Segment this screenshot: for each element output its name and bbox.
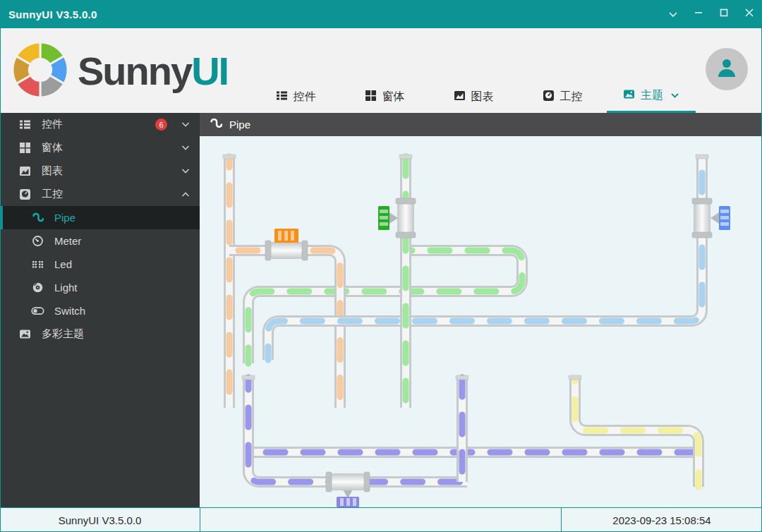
chevron-up-icon xyxy=(181,191,190,198)
chevron-down-icon xyxy=(181,121,190,128)
gauge-icon xyxy=(17,188,32,200)
color-wheel-logo xyxy=(11,41,69,102)
windows-icon xyxy=(365,90,377,104)
status-datetime: 2023-09-23 15:08:54 xyxy=(561,508,762,532)
list-icon xyxy=(276,90,288,104)
window-controls xyxy=(660,0,762,28)
chart-icon xyxy=(17,165,32,177)
tab-label: 主题 xyxy=(641,88,663,103)
pipe-network xyxy=(200,136,762,507)
tab-forms[interactable]: 窗体 xyxy=(340,80,429,113)
pipe-green-loop xyxy=(248,250,522,363)
app-window: SunnyUI V3.5.0.0 xyxy=(0,0,762,532)
close-button[interactable] xyxy=(737,0,762,28)
valve-blue[interactable] xyxy=(692,198,730,238)
chevron-down-icon xyxy=(181,145,190,151)
chevron-down-icon xyxy=(181,168,190,174)
switch-icon xyxy=(30,305,45,317)
chart-icon xyxy=(454,90,466,104)
windows-icon xyxy=(17,142,32,154)
sidebar-item-light[interactable]: Light xyxy=(0,276,200,299)
pipe-blue-run xyxy=(268,157,702,360)
person-icon xyxy=(715,56,739,83)
led-icon xyxy=(30,258,45,270)
status-middle xyxy=(200,508,561,532)
minimize-icon xyxy=(694,8,703,20)
image-icon xyxy=(623,88,635,103)
pipe-icon xyxy=(30,212,45,224)
tab-label: 窗体 xyxy=(382,90,405,104)
app-logo: SunnyUI xyxy=(11,41,228,102)
light-icon xyxy=(30,282,45,294)
pipe-purple-left xyxy=(248,377,467,482)
sidebar-item-label: 窗体 xyxy=(42,141,63,155)
sidebar-item-label: Meter xyxy=(54,235,81,247)
maximize-icon xyxy=(719,8,729,20)
gauge-icon xyxy=(543,90,555,104)
chevron-down-icon xyxy=(670,92,679,99)
sidebar-item-label: 控件 xyxy=(42,118,63,131)
tab-industrial[interactable]: 工控 xyxy=(518,80,607,113)
panel-header: Pipe xyxy=(200,113,762,136)
sidebar-item-label: 工控 xyxy=(42,188,63,201)
sidebar-item-label: Led xyxy=(54,258,72,270)
status-version: SunnyUI V3.5.0.0 xyxy=(0,508,200,532)
tab-charts[interactable]: 图表 xyxy=(429,80,518,113)
sidebar-item-meter[interactable]: Meter xyxy=(0,229,200,253)
pipe-end-collars xyxy=(223,155,708,380)
sidebar-item-industrial[interactable]: 工控 xyxy=(0,183,200,206)
sidebar-item-colorful-theme[interactable]: 多彩主题 xyxy=(0,322,200,346)
sidebar-item-pipe[interactable]: Pipe xyxy=(0,206,200,229)
pipe-icon xyxy=(210,117,222,132)
window-title: SunnyUI V3.5.0.0 xyxy=(8,8,97,20)
sidebar-item-controls[interactable]: 控件 6 xyxy=(0,113,200,136)
avatar[interactable] xyxy=(706,48,748,90)
notification-badge: 6 xyxy=(155,119,167,131)
meter-icon xyxy=(30,235,45,247)
image-icon xyxy=(17,328,32,340)
window-dropdown-button[interactable] xyxy=(660,0,686,28)
minimize-button[interactable] xyxy=(686,0,711,28)
sidebar-item-label: Light xyxy=(54,282,78,294)
pipe-yellow-run xyxy=(575,377,698,487)
panel-title: Pipe xyxy=(229,119,250,131)
titlebar: SunnyUI V3.5.0.0 xyxy=(0,0,762,28)
nav-tabs: 控件 窗体 图表 工控 xyxy=(251,80,696,113)
close-icon xyxy=(744,8,754,20)
sidebar-item-label: Pipe xyxy=(54,212,75,224)
sidebar-item-label: 多彩主题 xyxy=(42,327,84,341)
valve-orange[interactable] xyxy=(265,229,308,260)
tab-controls[interactable]: 控件 xyxy=(251,80,340,113)
sidebar-item-switch[interactable]: Switch xyxy=(0,299,200,322)
valve-green[interactable] xyxy=(378,198,416,238)
list-icon xyxy=(17,119,32,131)
sidebar-item-label: 图表 xyxy=(42,164,63,178)
tab-label: 控件 xyxy=(294,90,316,104)
valve-purple[interactable] xyxy=(326,472,370,507)
sidebar-item-label: Switch xyxy=(54,305,85,317)
sidebar: 控件 6 窗体 图表 xyxy=(0,113,200,507)
sidebar-item-charts[interactable]: 图表 xyxy=(0,159,200,183)
maximize-button[interactable] xyxy=(711,0,737,28)
sidebar-item-led[interactable]: Led xyxy=(0,253,200,276)
tab-label: 图表 xyxy=(471,90,494,104)
header: SunnyUI 控件 窗体 图表 xyxy=(0,28,762,113)
statusbar: SunnyUI V3.5.0.0 2023-09-23 15:08:54 xyxy=(0,507,762,532)
chevron-down-icon xyxy=(668,8,678,20)
tab-label: 工控 xyxy=(560,90,583,104)
tab-theme[interactable]: 主题 xyxy=(607,80,696,113)
pipe-diagram-canvas xyxy=(200,136,762,507)
logo-text: SunnyUI xyxy=(78,52,228,91)
sidebar-item-forms[interactable]: 窗体 xyxy=(0,136,200,159)
